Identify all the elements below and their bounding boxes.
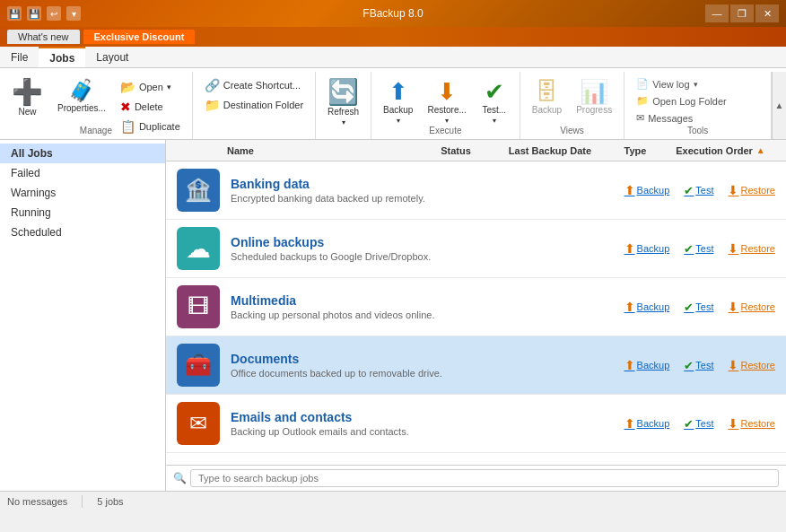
execute-group-label: Execute (429, 126, 461, 135)
duplicate-icon: 📋 (120, 119, 135, 134)
menu-file[interactable]: File (0, 47, 39, 67)
banking-info: Banking data Encrypted banking data back… (231, 177, 624, 204)
backup-item-multimedia[interactable]: 🎞 Multimedia Backing up personal photos … (166, 278, 786, 336)
emails-backup-link[interactable]: ⬆ Backup (624, 416, 670, 431)
col-header-name: Name (173, 145, 420, 156)
backup-item-documents[interactable]: 🧰 Documents Office documents backed up t… (166, 336, 786, 395)
progress-view-label: Progress (576, 105, 612, 115)
properties-button[interactable]: 🧳 Properties... (51, 75, 112, 118)
window-controls: — ❐ ✕ (705, 4, 779, 22)
banking-backup-link[interactable]: ⬆ Backup (624, 183, 670, 197)
open-label: Open (139, 82, 163, 92)
menu-jobs[interactable]: Jobs (39, 47, 85, 67)
messages-icon: ✉ (636, 112, 644, 124)
banking-backup-label: Backup (637, 185, 670, 196)
messages-button[interactable]: ✉ Messages (630, 109, 733, 126)
quick-access-save[interactable]: 💾 (27, 6, 41, 21)
sidebar-item-scheduled[interactable]: Scheduled (0, 222, 165, 242)
online-restore-link[interactable]: ⬇ Restore (728, 241, 775, 256)
open-log-folder-button[interactable]: 📁 Open Log Folder (630, 92, 733, 109)
refresh-button[interactable]: 🔄 Refresh ▾ (321, 75, 365, 131)
exclusive-discount-tab[interactable]: Exclusive Discount (83, 30, 196, 44)
refresh-dropdown-icon: ▾ (342, 118, 345, 126)
online-restore-label: Restore (740, 243, 775, 254)
emails-test-link[interactable]: ✔ Test (684, 417, 713, 431)
backup-exec-icon: ⬆ (389, 80, 408, 103)
quick-access-undo[interactable]: ↩ (47, 6, 61, 21)
create-shortcut-button[interactable]: 🔗 Create Shortcut... (198, 75, 310, 95)
progress-view-button[interactable]: 📊 Progress (570, 75, 618, 119)
restore-exec-button[interactable]: ⬇ Restore... ▾ (421, 75, 472, 129)
backup-view-button[interactable]: 🗄 Backup (526, 75, 568, 119)
backup-item-emails[interactable]: ✉ Emails and contacts Backing up Outlook… (166, 395, 786, 453)
multimedia-icon: 🎞 (177, 285, 220, 328)
banking-actions: ⬆ Backup ✔ Test ⬇ Restore (624, 183, 775, 197)
duplicate-button[interactable]: 📋 Duplicate (114, 117, 187, 136)
col-header-exec: Execution Order ▲ (662, 145, 779, 156)
view-log-dropdown: ▾ (694, 80, 698, 89)
destination-folder-button[interactable]: 📁 Destination Folder (198, 95, 310, 115)
multimedia-backup-link[interactable]: ⬆ Backup (624, 300, 670, 314)
documents-test-link[interactable]: ✔ Test (684, 359, 713, 372)
banking-test-link[interactable]: ✔ Test (684, 184, 713, 197)
whatsnew-tab[interactable]: What's new (7, 30, 80, 44)
backup-item-online[interactable]: ☁ Online backups Scheduled backups to Go… (166, 220, 786, 278)
online-backup-link[interactable]: ⬆ Backup (624, 241, 670, 256)
open-button[interactable]: 📂 Open ▾ (114, 77, 187, 97)
documents-info: Documents Office documents backed up to … (231, 352, 624, 379)
search-icon: 🔍 (173, 472, 187, 484)
close-button[interactable]: ✕ (755, 4, 779, 22)
documents-actions: ⬆ Backup ✔ Test ⬇ Restore (624, 358, 775, 372)
test-exec-button[interactable]: ✔ Test... ▾ (475, 75, 514, 129)
backup-exec-button[interactable]: ⬆ Backup ▾ (377, 75, 419, 129)
multimedia-restore-link[interactable]: ⬇ Restore (728, 300, 775, 314)
new-button[interactable]: ➕ New (5, 75, 49, 121)
sort-icon: ▲ (756, 145, 765, 155)
view-log-icon: 📄 (636, 78, 649, 90)
title-bar: 💾 💾 ↩ ▾ FBackup 8.0 — ❐ ✕ (0, 0, 786, 27)
emails-restore-label: Restore (740, 418, 775, 429)
emails-test-label: Test (695, 418, 713, 429)
manage-group-label: Manage (80, 126, 112, 135)
banking-restore-link[interactable]: ⬇ Restore (728, 183, 775, 197)
create-shortcut-label: Create Shortcut... (223, 80, 301, 91)
sidebar-item-warnings[interactable]: Warnings (0, 183, 165, 203)
backup-item-banking[interactable]: 🏦 Banking data Encrypted banking data ba… (166, 161, 786, 220)
online-test-label: Test (695, 243, 713, 254)
app-icon: 💾 (7, 6, 22, 21)
minimize-button[interactable]: — (705, 4, 729, 22)
quick-access-more[interactable]: ▾ (66, 6, 81, 21)
sidebar-item-running[interactable]: Running (0, 203, 165, 222)
app-title: FBackup 8.0 (362, 7, 423, 20)
ribbon-large-buttons: ➕ New 🧳 Properties... 📂 Open ▾ ✖ Delete … (5, 72, 187, 169)
emails-icon: ✉ (177, 402, 220, 445)
emails-restore-link[interactable]: ⬇ Restore (728, 416, 775, 431)
maximize-button[interactable]: ❐ (730, 4, 754, 22)
banking-icon: 🏦 (177, 169, 220, 212)
backup-exec-label: Backup (383, 105, 413, 115)
multimedia-test-link[interactable]: ✔ Test (684, 301, 713, 314)
status-bar: No messages 5 jobs (0, 491, 786, 510)
search-input[interactable] (190, 469, 779, 487)
delete-icon: ✖ (120, 100, 131, 114)
shortcut-icon: 🔗 (205, 78, 220, 92)
menu-layout[interactable]: Layout (85, 47, 139, 67)
destination-label: Destination Folder (223, 100, 303, 110)
backup-view-icon: 🗄 (535, 80, 558, 103)
documents-restore-link[interactable]: ⬇ Restore (728, 358, 775, 372)
documents-backup-link[interactable]: ⬆ Backup (624, 358, 670, 372)
views-group-label: Views (560, 126, 584, 135)
ribbon-collapse-button[interactable]: ▲ (772, 72, 786, 139)
restore-exec-label: Restore... (427, 105, 466, 115)
delete-button[interactable]: ✖ Delete (114, 97, 187, 117)
multimedia-backup-label: Backup (637, 301, 670, 312)
documents-test-label: Test (695, 360, 713, 371)
online-backup-label: Backup (637, 243, 670, 254)
restore-dropdown-icon: ▾ (445, 117, 449, 125)
banking-restore-label: Restore (740, 185, 775, 196)
sidebar: All Jobs Failed Warnings Running Schedul… (0, 140, 166, 491)
view-log-button[interactable]: 📄 View log ▾ (630, 75, 733, 92)
open-log-folder-label: Open Log Folder (652, 96, 727, 107)
online-test-link[interactable]: ✔ Test (684, 242, 713, 256)
new-icon: ➕ (12, 80, 43, 105)
